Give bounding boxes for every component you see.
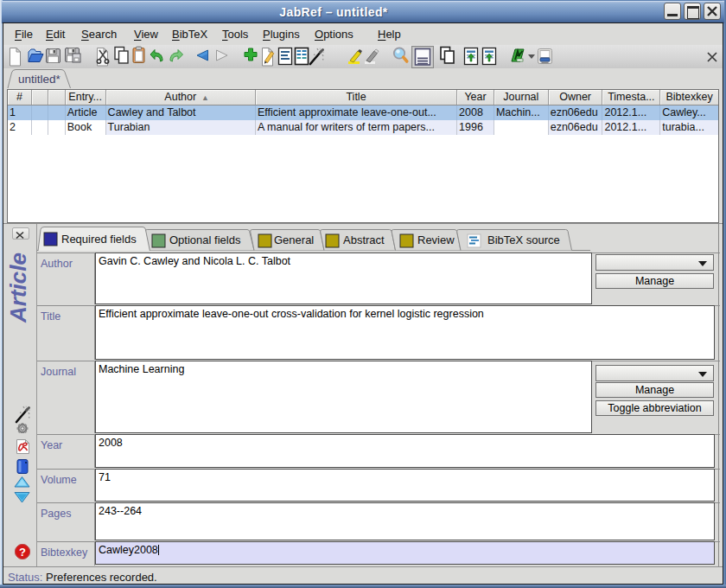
- svg-text:untitled*: untitled*: [18, 73, 61, 86]
- svg-text:Review: Review: [417, 233, 455, 246]
- svg-text:BibTeX source: BibTeX source: [487, 233, 560, 246]
- svg-text:Optional fields: Optional fields: [169, 233, 241, 246]
- svg-text:Abstract: Abstract: [343, 233, 385, 246]
- svg-text:Required fields: Required fields: [61, 233, 137, 246]
- svg-text:General: General: [274, 233, 314, 246]
- svg-text:?: ?: [19, 546, 26, 559]
